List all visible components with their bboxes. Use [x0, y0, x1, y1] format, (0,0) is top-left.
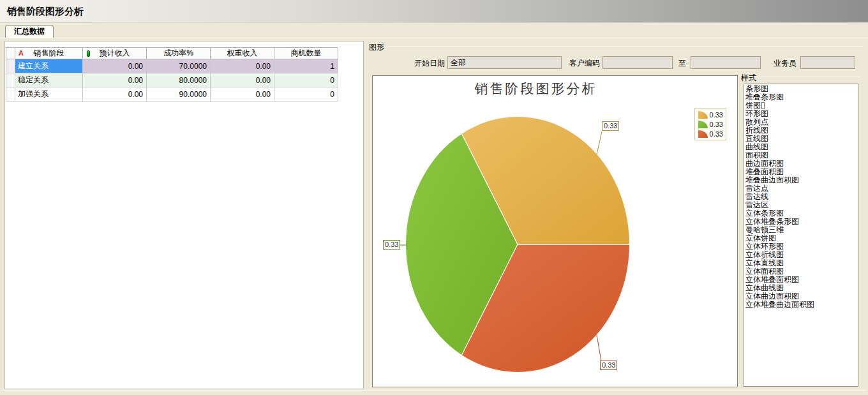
cell-expected[interactable]: 0.00	[83, 73, 147, 87]
legend-label: 0.33	[710, 130, 723, 138]
legend-item: 0.33	[698, 111, 723, 119]
callout-line-0	[597, 131, 602, 154]
legend-label: 0.33	[710, 111, 723, 119]
column-header-stage[interactable]: A 销售阶段	[15, 48, 83, 59]
cell-stage[interactable]: 建立关系	[15, 59, 83, 73]
legend: 0.330.330.33	[694, 108, 726, 140]
legend-label: 0.33	[710, 121, 723, 128]
title-bar: 销售阶段图形分析	[0, 0, 868, 23]
table-body: 建立关系0.0070.00000.001稳定关系0.0080.00000.000…	[6, 59, 338, 101]
legend-item: 0.33	[698, 130, 723, 138]
graph-group-label: 图形	[369, 42, 384, 53]
row-indicator	[6, 73, 15, 87]
cell-count[interactable]: 1	[274, 59, 338, 73]
focus-caret	[761, 102, 765, 109]
sort-a-icon: A	[19, 49, 24, 57]
content-area: A 销售阶段 预计收入 成功率% 权重收入 商机数量 建立关系0.0070.00…	[0, 38, 868, 395]
style-group-line	[758, 77, 860, 77]
cell-stage[interactable]: 稳定关系	[15, 73, 83, 87]
to-label: 至	[677, 58, 688, 69]
start-date-label: 开始日期	[409, 58, 445, 69]
column-header-expected[interactable]: 预计收入	[83, 48, 147, 59]
table-row[interactable]: 加强关系0.0090.00000.000	[6, 87, 338, 101]
salesman-label: 业务员	[768, 58, 797, 69]
callout-line-2	[597, 335, 601, 361]
cell-weighted[interactable]: 0.00	[211, 73, 274, 87]
column-header-count[interactable]: 商机数量	[274, 48, 338, 59]
table-row[interactable]: 建立关系0.0070.00000.001	[6, 59, 338, 73]
cell-weighted[interactable]: 0.00	[211, 87, 274, 101]
cell-count[interactable]: 0	[274, 87, 338, 101]
customer-code-to-input[interactable]	[691, 56, 761, 69]
legend-swatch	[698, 111, 708, 119]
page-title: 销售阶段图形分析	[7, 6, 84, 18]
salesman-input[interactable]	[800, 56, 855, 69]
cell-success[interactable]: 70.0000	[147, 59, 211, 73]
callout-label-0: 0.33	[602, 121, 619, 131]
row-indicator	[6, 87, 15, 101]
customer-code-input[interactable]	[602, 56, 673, 69]
cell-count[interactable]: 0	[274, 73, 338, 87]
legend-swatch	[698, 121, 708, 128]
start-date-input[interactable]	[447, 56, 562, 69]
column-header-weighted[interactable]: 权重收入	[211, 48, 274, 59]
legend-swatch	[698, 130, 708, 138]
column-header-success[interactable]: 成功率%	[147, 48, 211, 59]
bottom-divider	[2, 390, 866, 391]
cell-success[interactable]: 90.0000	[147, 87, 211, 101]
row-indicator	[6, 59, 15, 73]
legend-item: 0.33	[698, 121, 723, 128]
cell-success[interactable]: 80.0000	[147, 73, 211, 87]
style-group-label: 样式	[741, 73, 756, 84]
style-list: 条形图堆叠条形图饼图环形图散列点折线图直线图曲线图面积图曲边面积图堆叠面积图堆叠…	[744, 84, 858, 387]
style-item[interactable]: 立体堆叠曲边面积图	[745, 301, 858, 309]
cell-expected[interactable]: 0.00	[83, 59, 147, 73]
summary-grid-panel: A 销售阶段 预计收入 成功率% 权重收入 商机数量 建立关系0.0070.00…	[4, 41, 364, 389]
row-indicator-header	[6, 48, 15, 59]
cell-weighted[interactable]: 0.00	[211, 59, 274, 73]
sales-stage-table: A 销售阶段 预计收入 成功率% 权重收入 商机数量 建立关系0.0070.00…	[6, 47, 338, 101]
app-window: 销售阶段图形分析 汇总数据 A 销售阶段	[0, 0, 868, 395]
chart-area: 销售阶段图形分析	[372, 75, 738, 387]
callout-label-1: 0.33	[383, 240, 400, 250]
graph-group-line	[385, 46, 863, 47]
customer-code-label: 客户编码	[564, 58, 600, 69]
callout-label-2: 0.33	[600, 361, 617, 370]
cell-stage[interactable]: 加强关系	[15, 87, 83, 101]
cell-expected[interactable]: 0.00	[83, 87, 147, 101]
tab-summary-data[interactable]: 汇总数据	[5, 25, 54, 38]
tab-strip: 汇总数据	[0, 23, 868, 38]
table-row[interactable]: 稳定关系0.0080.00000.000	[6, 73, 338, 87]
table-header-row: A 销售阶段 预计收入 成功率% 权重收入 商机数量	[6, 48, 338, 59]
green-bar-icon	[87, 50, 90, 57]
style-item[interactable]: 堆叠条形图	[745, 93, 858, 101]
pie-chart	[373, 76, 737, 387]
